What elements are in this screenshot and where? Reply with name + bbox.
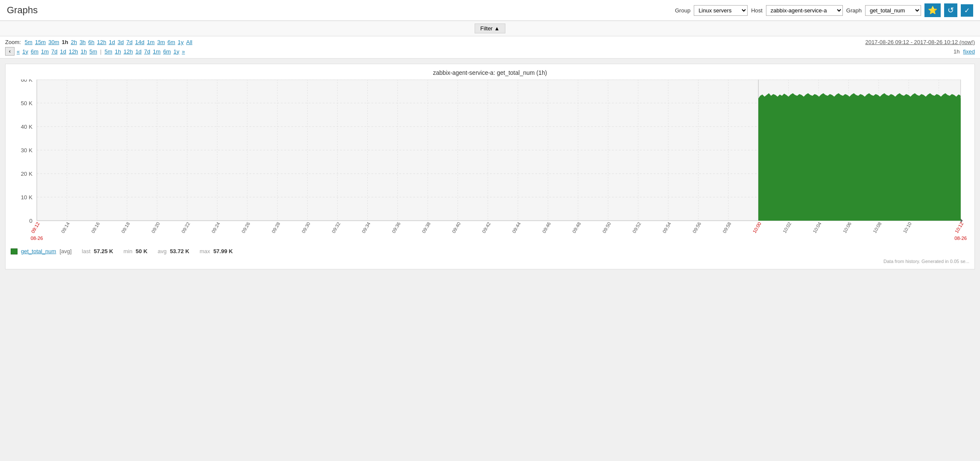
nav-5m-left[interactable]: 5m: [89, 48, 97, 55]
min-label: min: [123, 248, 132, 254]
zoom-label: Zoom:: [5, 39, 21, 45]
last-value: 57.25 K: [94, 248, 113, 254]
svg-text:08-26: 08-26: [31, 236, 43, 241]
max-value: 57.99 K: [213, 248, 233, 254]
fixed-link[interactable]: fixed: [963, 48, 975, 55]
zoom-14d[interactable]: 14d: [135, 39, 144, 45]
refresh-button[interactable]: ↺: [944, 3, 957, 17]
legend-min: min 50 K: [123, 248, 147, 254]
nav-7d-left[interactable]: 7d: [51, 48, 57, 55]
nav-12h-right[interactable]: 12h: [123, 48, 133, 55]
svg-text:09:24: 09:24: [211, 221, 221, 234]
svg-text:09:26: 09:26: [241, 221, 251, 234]
svg-text:08-26: 08-26: [954, 236, 967, 241]
zoom-3d[interactable]: 3d: [117, 39, 123, 45]
legend-max: max 57.99 K: [200, 248, 233, 254]
last-label: last: [82, 248, 91, 254]
zoom-1h[interactable]: 1h: [62, 39, 68, 45]
svg-text:40 K: 40 K: [21, 124, 33, 130]
zoom-30m[interactable]: 30m: [48, 39, 59, 45]
avg-value: 53.72 K: [170, 248, 190, 254]
nav-1d-right[interactable]: 1d: [135, 48, 141, 55]
graph-select[interactable]: get_total_num: [865, 5, 921, 16]
zoom-1d[interactable]: 1d: [109, 39, 115, 45]
controls-bar: Zoom: 5m 15m 30m 1h 2h 3h 6h 12h 1d 3d 7…: [0, 36, 980, 59]
svg-text:10:00: 10:00: [752, 221, 763, 234]
max-label: max: [200, 248, 210, 254]
graph-label: Graph: [846, 7, 862, 14]
legend-area: get_total_num [avg] last 57.25 K min 50 …: [11, 245, 969, 257]
nav-6m-left[interactable]: 6m: [31, 48, 38, 55]
filter-button[interactable]: Filter ▲: [475, 24, 505, 33]
nav-1y-left[interactable]: 1y: [22, 48, 28, 55]
zoom-3m[interactable]: 3m: [157, 39, 165, 45]
filter-bar: Filter ▲: [0, 21, 980, 36]
svg-text:09:18: 09:18: [120, 221, 131, 234]
svg-text:09:22: 09:22: [180, 221, 191, 234]
svg-text:09:16: 09:16: [90, 221, 101, 234]
nav-1h-left[interactable]: 1h: [81, 48, 87, 55]
nav-row: ‹ « 1y 6m 1m 7d 1d 12h 1h 5m | 5m 1h 12h…: [5, 47, 975, 56]
nav-12h-left[interactable]: 12h: [69, 48, 78, 55]
zoom-6h[interactable]: 6h: [88, 39, 94, 45]
svg-text:10:06: 10:06: [842, 221, 853, 234]
svg-text:09:30: 09:30: [301, 221, 311, 234]
nav-double-right[interactable]: »: [182, 48, 185, 55]
nav-right: 1h fixed: [954, 48, 975, 55]
svg-text:20 K: 20 K: [21, 171, 33, 177]
legend-color-box: [11, 248, 18, 254]
zoom-15m[interactable]: 15m: [35, 39, 46, 45]
nav-back-button[interactable]: ‹: [5, 47, 15, 56]
host-select[interactable]: zabbix-agent-service-a: [766, 5, 843, 16]
zoom-1m[interactable]: 1m: [147, 39, 155, 45]
nav-1y-right[interactable]: 1y: [173, 48, 179, 55]
legend-last: last 57.25 K: [82, 248, 113, 254]
chart-svg: 60 K 50 K 40 K 30 K 20 K 10 K 0: [11, 80, 969, 242]
svg-text:09:40: 09:40: [451, 221, 462, 234]
zoom-12h[interactable]: 12h: [97, 39, 106, 45]
nav-1m-right[interactable]: 1m: [153, 48, 161, 55]
svg-text:10:10: 10:10: [902, 221, 913, 234]
svg-text:30 K: 30 K: [21, 147, 33, 154]
svg-text:09:32: 09:32: [331, 221, 341, 234]
legend-avg: avg 53.72 K: [158, 248, 189, 254]
group-select[interactable]: Linux servers: [694, 5, 748, 16]
svg-text:10 K: 10 K: [21, 194, 33, 201]
nav-1m-left[interactable]: 1m: [41, 48, 49, 55]
zoom-row: Zoom: 5m 15m 30m 1h 2h 3h 6h 12h 1d 3d 7…: [5, 39, 975, 45]
header-controls: Group Linux servers Host zabbix-agent-se…: [675, 3, 973, 17]
chart-area: zabbix-agent-service-a: get_total_num (1…: [5, 64, 975, 269]
nav-left: ‹ « 1y 6m 1m 7d 1d 12h 1h 5m | 5m 1h 12h…: [5, 47, 186, 56]
svg-text:09:28: 09:28: [270, 221, 281, 234]
svg-text:10:12: 10:12: [954, 221, 965, 234]
kiosk-button[interactable]: ✓: [961, 4, 973, 17]
nav-separator: |: [100, 48, 101, 55]
zoom-all[interactable]: All: [186, 39, 192, 45]
zoom-7d[interactable]: 7d: [126, 39, 132, 45]
svg-text:09:50: 09:50: [601, 221, 612, 234]
nav-5m-right[interactable]: 5m: [105, 48, 112, 55]
nav-1d-left[interactable]: 1d: [60, 48, 66, 55]
svg-text:09:56: 09:56: [692, 221, 702, 234]
nav-1h-right[interactable]: 1h: [115, 48, 121, 55]
svg-text:09:34: 09:34: [361, 221, 372, 234]
svg-text:09:44: 09:44: [511, 221, 522, 234]
nav-7d-right[interactable]: 7d: [144, 48, 150, 55]
svg-text:09:52: 09:52: [631, 221, 642, 234]
nav-6m-right[interactable]: 6m: [163, 48, 171, 55]
chart-container: 60 K 50 K 40 K 30 K 20 K 10 K 0: [11, 80, 969, 242]
host-label: Host: [751, 7, 763, 14]
svg-text:09:58: 09:58: [722, 221, 732, 234]
nav-double-left[interactable]: «: [17, 48, 20, 55]
time-range: 2017-08-26 09:12 - 2017-08-26 10:12 (now…: [865, 39, 975, 45]
zoom-2h[interactable]: 2h: [71, 39, 77, 45]
zoom-3h[interactable]: 3h: [79, 39, 85, 45]
svg-text:0: 0: [29, 218, 32, 224]
star-button[interactable]: ⭐: [924, 3, 941, 17]
zoom-1y[interactable]: 1y: [178, 39, 184, 45]
legend-name[interactable]: get_total_num: [21, 248, 56, 254]
svg-text:09:54: 09:54: [661, 221, 672, 234]
svg-text:50 K: 50 K: [21, 100, 33, 106]
zoom-6m[interactable]: 6m: [167, 39, 175, 45]
zoom-5m[interactable]: 5m: [25, 39, 32, 45]
